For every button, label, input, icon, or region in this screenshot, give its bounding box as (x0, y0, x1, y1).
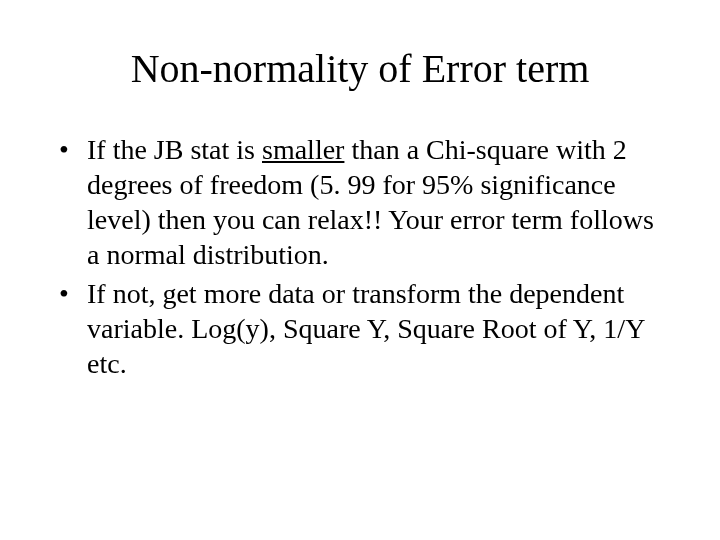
slide-title: Non-normality of Error term (55, 45, 665, 92)
bullet-text-underlined: smaller (262, 134, 344, 165)
bullet-text-pre: If not, get more data or transform the d… (87, 278, 644, 379)
list-item: If not, get more data or transform the d… (55, 276, 665, 381)
bullet-list: If the JB stat is smaller than a Chi-squ… (55, 132, 665, 381)
list-item: If the JB stat is smaller than a Chi-squ… (55, 132, 665, 272)
bullet-text-pre: If the JB stat is (87, 134, 262, 165)
